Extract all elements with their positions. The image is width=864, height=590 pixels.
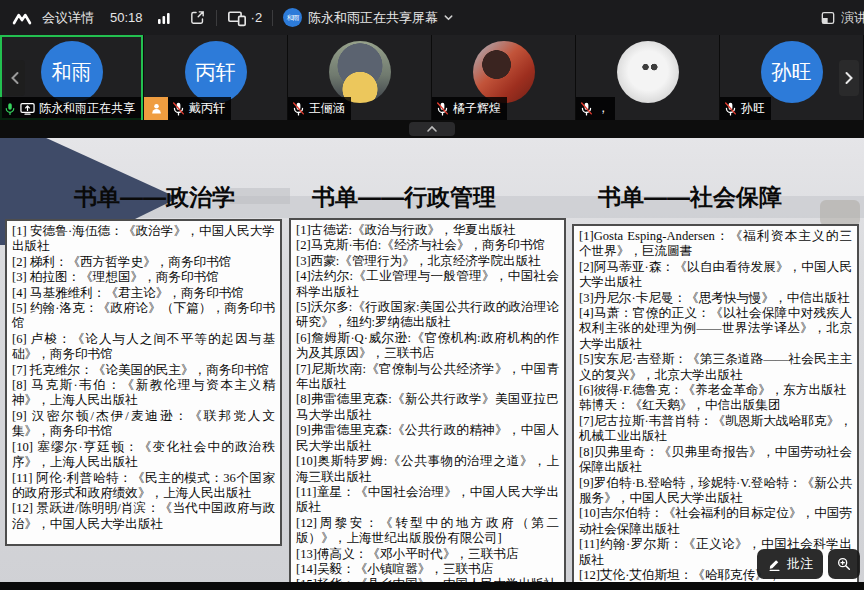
sharing-status-text: 陈永和雨正在共享屏幕 <box>308 9 438 27</box>
book-item: [6]詹姆斯·Q·威尔逊:《官僚机构:政府机构的作为及其原因》，三联书店 <box>296 331 559 362</box>
divider <box>272 10 273 26</box>
book-item: [6] 卢梭：《论人与人之间不平等的起因与基础》，商务印书馆 <box>12 332 275 363</box>
chevron-right-icon <box>844 71 854 85</box>
book-item: [11] 阿伦·利普哈特：《民主的模式：36个国家的政府形式和政府绩效》，上海人… <box>12 471 275 502</box>
book-item: [11]童星：《中国社会治理》，中国人民大学出版社 <box>296 485 559 516</box>
participant-label: 王俪涵 <box>288 97 351 120</box>
book-item: [3] 柏拉图：《理想国》，商务印书馆 <box>12 270 275 285</box>
book-item: [14]吴毅：《小镇喧嚣》，三联书店 <box>296 562 559 577</box>
book-list-administration: [1]古德诺:《政治与行政》，华夏出版社[2]马克斯·韦伯:《经济与社会》，商务… <box>289 218 566 590</box>
view-mode-label: 演讲 <box>841 9 864 27</box>
chevron-up-icon <box>426 125 438 133</box>
mic-on-icon <box>4 102 16 116</box>
screens-count: ·2 <box>251 10 263 25</box>
participant-tile[interactable]: 王俪涵 <box>288 35 431 120</box>
book-item: [1]古德诺:《政治与行政》，华夏出版社 <box>296 223 559 238</box>
book-item: [12]周黎安：《转型中的地方政府（第二版）》，上海世纪出版股份有限公司] <box>296 516 559 547</box>
book-item: [7]尼古拉斯·韦普肖特：《凯恩斯大战哈耶克》，机械工业出版社 <box>579 414 852 445</box>
book-item: [3]丹尼尔·卡尼曼：《思考快与慢》，中信出版社 <box>579 291 852 306</box>
book-item: [1] 安德鲁·海伍德：《政治学》，中国人民大学出版社 <box>12 224 275 255</box>
book-item: [2]阿马蒂亚·森：《以自由看待发展》，中国人民大学出版社 <box>579 260 852 291</box>
annotate-label: 批注 <box>787 555 813 573</box>
book-item: [7]尼斯坎南:《官僚制与公共经济学》，中国青年出版社 <box>296 362 559 393</box>
book-item: [2]马克斯·韦伯:《经济与社会》，商务印书馆 <box>296 238 559 253</box>
book-item: [9]弗雷德里克森:《公共行政的精神》，中国人民大学出版社 <box>296 423 559 454</box>
pen-icon <box>767 557 782 572</box>
avatar: 丙轩 <box>185 41 247 103</box>
participant-strip: 和雨 陈永和雨正在共享 丙轩 <box>0 35 864 120</box>
chevron-left-icon <box>10 71 20 85</box>
mic-muted-icon <box>724 102 737 116</box>
participant-name: 橘子辉煌 <box>453 100 501 117</box>
participant-label: 戴丙轩 <box>168 97 231 120</box>
book-item: [3]西蒙:《管理行为》，北京经济学院出版社 <box>296 254 559 269</box>
participant-tile[interactable]: 橘子辉煌 <box>432 35 575 120</box>
participant-label: 孙旺 <box>720 97 771 120</box>
zoom-in-icon <box>836 556 852 572</box>
book-item: 韩博天：《红天鹅》，中信出版集团 <box>579 398 852 413</box>
screen-share-icon <box>20 102 35 115</box>
person-icon <box>150 102 163 115</box>
strip-footer <box>0 120 864 138</box>
app-logo-icon <box>12 9 32 27</box>
divider <box>216 10 217 26</box>
participant-tile[interactable]: ， <box>576 35 719 120</box>
book-item: [2] 梯利：《西方哲学史》，商务印书馆 <box>12 255 275 270</box>
list-title-politics: 书单——政治学 <box>74 182 235 213</box>
floating-toolbar: 批注 <box>757 549 860 579</box>
avatar-image <box>473 41 535 103</box>
scroll-right-button[interactable] <box>839 60 859 96</box>
book-item: [12] 景跃进/陈明明/肖滨：《当代中国政府与政治》，中国人民大学出版社 <box>12 501 275 532</box>
book-list-social-security: [1]Gosta Esping-Andersen：《福利资本主义的三个世界》，巨… <box>572 224 859 590</box>
annotate-button[interactable]: 批注 <box>757 549 823 579</box>
view-layout-icon <box>820 10 836 26</box>
book-item: [10]奥斯特罗姆:《公共事物的治理之道》，上海三联出版社 <box>296 454 559 485</box>
scroll-left-button[interactable] <box>5 60 25 96</box>
chevron-down-icon <box>443 12 454 23</box>
meeting-timer: 50:18 <box>110 10 143 25</box>
shared-screens-button[interactable]: ·2 <box>227 9 263 27</box>
view-mode-button[interactable]: 演讲 <box>820 0 864 35</box>
book-item: [8]弗雷德里克森:《新公共行政学》美国亚拉巴马大学出版社 <box>296 392 559 423</box>
meeting-window: 会议详情 50:18 ·2 和雨 陈永和雨正在共享屏幕 <box>0 0 864 590</box>
book-item: [7] 托克维尔：《论美国的民主》，商务印书馆 <box>12 363 275 378</box>
host-badge <box>144 97 168 120</box>
avatar-image <box>329 41 391 103</box>
book-list-politics: [1] 安德鲁·海伍德：《政治学》，中国人民大学出版社[2] 梯利：《西方哲学史… <box>5 219 282 546</box>
participant-label: 橘子辉煌 <box>432 97 507 120</box>
participant-tile[interactable]: 丙轩 戴丙轩 <box>144 35 287 120</box>
book-item: [8] 马克斯·韦伯：《新教伦理与资本主义精神》，上海人民出版社 <box>12 378 275 409</box>
book-item: [13]傅高义：《邓小平时代》，三联书店 <box>296 547 559 562</box>
book-item: [4]法约尔:《工业管理与一般管理》，中国社会科学出版社 <box>296 269 559 300</box>
participant-label: ， <box>576 97 615 120</box>
book-item: [9] 汉密尔顿/杰伊/麦迪逊：《联邦党人文集》，商务印书馆 <box>12 409 275 440</box>
participant-name: 王俪涵 <box>309 100 345 117</box>
avatar-image <box>617 41 679 103</box>
letterbox-bottom <box>0 582 864 590</box>
participant-label: 陈永和雨正在共享 <box>0 97 141 120</box>
zoom-in-button[interactable] <box>828 549 860 579</box>
participant-name: 孙旺 <box>741 100 765 117</box>
book-item: [10] 塞缪尔·亨廷顿：《变化社会中的政治秩序》，上海人民出版社 <box>12 440 275 471</box>
collapse-strip-button[interactable] <box>409 122 455 136</box>
screens-icon <box>227 9 247 27</box>
book-item: [4] 马基雅维利：《君主论》，商务印书馆 <box>12 286 275 301</box>
meeting-details-link[interactable]: 会议详情 <box>42 9 94 27</box>
background-photo <box>230 188 290 204</box>
background-photo <box>820 200 860 226</box>
book-item: [5] 约翰·洛克：《政府论》（下篇），商务印书馆 <box>12 301 275 332</box>
sharing-status-dropdown[interactable]: 陈永和雨正在共享屏幕 <box>312 9 454 27</box>
open-external-icon[interactable] <box>189 9 206 26</box>
list-title-social-security: 书单——社会保障 <box>598 182 782 213</box>
book-item: [8]贝弗里奇：《贝弗里奇报告》，中国劳动社会保障出版社 <box>579 445 852 476</box>
participant-name: 陈永和雨正在共享 <box>39 100 135 117</box>
avatar: 和雨 <box>41 41 103 103</box>
mic-muted-icon <box>172 102 185 116</box>
participant-name: ， <box>597 100 609 117</box>
topbar: 会议详情 50:18 ·2 和雨 陈永和雨正在共享屏幕 <box>0 0 864 35</box>
book-item: [10]吉尔伯特：《社会福利的目标定位》，中国劳动社会保障出版社 <box>579 506 852 537</box>
mic-muted-icon <box>436 102 449 116</box>
avatar: 孙旺 <box>761 41 823 103</box>
book-item: [5]沃尔多:《行政国家:美国公共行政的政治理论研究》，纽约:罗纳德出版社 <box>296 300 559 331</box>
sharer-avatar: 和雨 <box>283 8 302 27</box>
